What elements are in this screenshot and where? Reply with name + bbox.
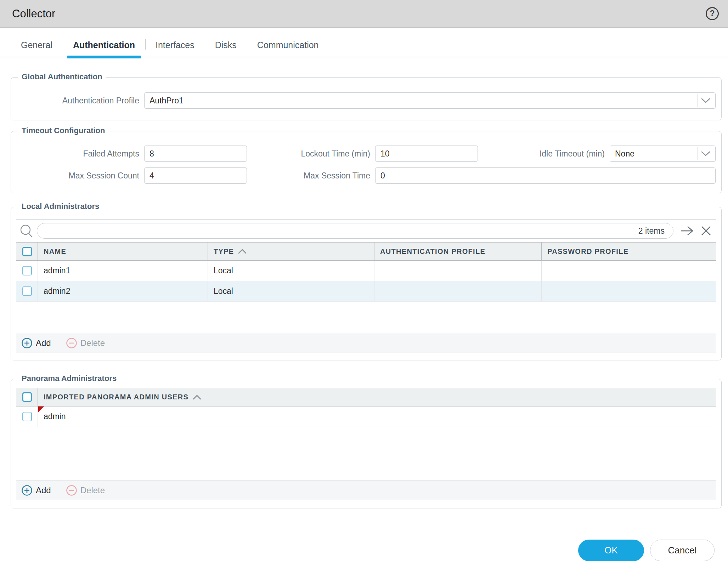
add-plus-icon	[21, 485, 33, 496]
global-authentication-legend: Global Authentication	[18, 72, 106, 81]
add-button[interactable]: Add	[21, 485, 51, 496]
local-administrators-legend: Local Administrators	[18, 202, 103, 211]
search-icon	[19, 223, 34, 239]
row-checkbox[interactable]	[22, 286, 32, 296]
local-admins-search-row: 2 items	[16, 220, 716, 242]
table-empty-area	[16, 427, 716, 480]
select-all-checkbox[interactable]	[22, 247, 32, 256]
tab-interfaces[interactable]: Interfaces	[145, 33, 205, 57]
table-row-admin[interactable]: admin	[16, 406, 716, 427]
dialog-actions: OK Cancel	[11, 508, 722, 561]
panorama-administrators-legend: Panorama Administrators	[18, 374, 120, 383]
column-header-password-profile[interactable]: PASSWORD PROFILE	[541, 243, 716, 260]
ok-button[interactable]: OK	[578, 540, 644, 561]
idle-timeout-label: Idle Timeout (min)	[478, 149, 610, 159]
tab-disks[interactable]: Disks	[205, 33, 247, 57]
tab-general[interactable]: General	[11, 33, 63, 57]
idle-timeout-value: None	[615, 149, 634, 159]
cell-type: Local	[208, 261, 374, 281]
cell-auth-profile	[374, 281, 541, 301]
cell-password-profile	[541, 281, 716, 301]
global-authentication-panel: Global Authentication Authentication Pro…	[11, 77, 722, 120]
table-empty-area	[16, 302, 716, 333]
clear-filter-close-icon[interactable]	[700, 225, 712, 237]
local-administrators-panel: Local Administrators 2 items	[11, 207, 722, 360]
local-admins-table-header: NAME TYPE AUTHENTICATION PROFILE PASSWOR…	[16, 242, 716, 261]
cell-name: admin1	[38, 261, 208, 281]
max-session-count-input[interactable]	[144, 167, 247, 184]
max-session-time-input[interactable]	[375, 167, 716, 184]
column-header-name[interactable]: NAME	[38, 243, 208, 260]
max-session-time-label: Max Session Time	[247, 171, 375, 181]
authentication-profile-select[interactable]: AuthPro1	[144, 92, 716, 109]
column-header-authentication-profile[interactable]: AUTHENTICATION PROFILE	[374, 243, 541, 260]
table-row-admin1[interactable]: admin1 Local	[16, 261, 716, 281]
delete-minus-icon	[66, 485, 77, 496]
cancel-button[interactable]: Cancel	[650, 540, 715, 561]
tab-communication[interactable]: Communication	[247, 33, 329, 57]
modified-flag-icon	[38, 406, 44, 412]
cell-imported-user: admin	[38, 406, 716, 427]
failed-attempts-label: Failed Attempts	[11, 149, 144, 159]
cell-name: admin2	[38, 281, 208, 301]
cell-type: Local	[208, 281, 374, 301]
tab-authentication[interactable]: Authentication	[63, 33, 145, 57]
tab-bar: General Authentication Interfaces Disks …	[0, 33, 728, 57]
chevron-down-icon	[697, 94, 713, 107]
idle-timeout-select[interactable]: None	[610, 146, 716, 162]
authentication-profile-label: Authentication Profile	[11, 96, 144, 106]
column-header-imported-panorama-admin-users[interactable]: IMPORTED PANORAMA ADMIN USERS	[38, 388, 716, 406]
cell-password-profile	[541, 261, 716, 281]
row-checkbox[interactable]	[22, 266, 32, 275]
add-plus-icon	[21, 337, 33, 349]
timeout-configuration-panel: Timeout Configuration Failed Attempts Lo…	[11, 131, 722, 193]
apply-filter-arrow-icon[interactable]	[680, 225, 694, 237]
sort-ascending-icon	[238, 249, 247, 254]
panorama-administrators-panel: Panorama Administrators IMPORTED PANORAM…	[11, 379, 722, 508]
delete-minus-icon	[66, 337, 77, 349]
column-header-type[interactable]: TYPE	[208, 243, 374, 260]
lockout-time-label: Lockout Time (min)	[247, 149, 375, 159]
panorama-admins-table-footer: Add Delete	[16, 480, 716, 500]
authentication-profile-value: AuthPro1	[149, 96, 184, 106]
timeout-configuration-legend: Timeout Configuration	[18, 126, 108, 135]
local-admins-table-footer: Add Delete	[16, 333, 716, 353]
search-input[interactable]	[37, 223, 673, 238]
chevron-down-icon	[697, 147, 713, 160]
row-checkbox[interactable]	[22, 412, 32, 421]
max-session-count-label: Max Session Count	[11, 171, 144, 181]
delete-button[interactable]: Delete	[66, 337, 105, 349]
add-button[interactable]: Add	[21, 337, 51, 349]
failed-attempts-input[interactable]	[144, 146, 247, 162]
lockout-time-input[interactable]	[375, 146, 478, 162]
panorama-admins-table-header: IMPORTED PANORAMA ADMIN USERS	[16, 388, 716, 406]
delete-button[interactable]: Delete	[66, 485, 105, 496]
table-row-admin2[interactable]: admin2 Local	[16, 281, 716, 302]
cell-auth-profile	[374, 261, 541, 281]
select-all-checkbox[interactable]	[22, 392, 32, 402]
sort-ascending-icon	[193, 395, 201, 400]
dialog-title-bar: Collector ?	[0, 0, 728, 28]
dialog-title: Collector	[12, 7, 55, 20]
help-icon[interactable]: ?	[706, 7, 719, 20]
